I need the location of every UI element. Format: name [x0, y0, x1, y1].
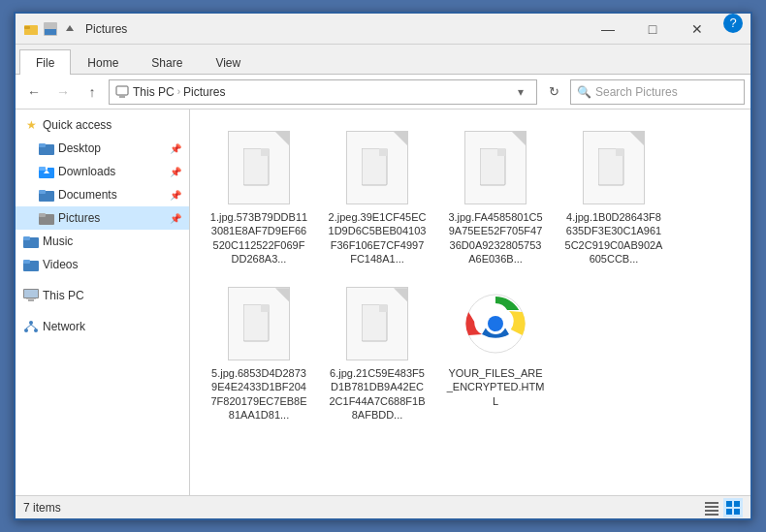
document-icon — [346, 131, 408, 204]
svg-point-28 — [24, 329, 28, 332]
list-item[interactable]: 1.jpg.573B79DDB113081E8AF7D9EF66520C1125… — [206, 125, 312, 269]
breadcrumb-thispc: This PC — [133, 85, 175, 99]
sidebar-item-desktop[interactable]: Desktop 📌 — [16, 137, 189, 160]
help-button[interactable]: ? — [723, 14, 743, 33]
explorer-window: Pictures — □ ✕ ? File Home Share View ← … — [14, 12, 752, 520]
sidebar-item-music[interactable]: Music — [16, 230, 189, 253]
forward-button[interactable]: → — [50, 79, 76, 105]
refresh-button[interactable]: ↻ — [541, 79, 566, 105]
list-item[interactable]: YOUR_FILES_ARE_ENCRYPTED.HTML — [442, 281, 549, 425]
file-content-area: 1.jpg.573B79DDB113081E8AF7D9EF66520C1125… — [190, 110, 750, 495]
file-icon-2 — [338, 129, 416, 206]
breadcrumb: This PC › Pictures — [133, 85, 507, 99]
list-view-button[interactable] — [702, 498, 721, 517]
sidebar-item-thispc[interactable]: This PC — [16, 284, 189, 307]
svg-rect-6 — [116, 86, 128, 95]
svg-rect-57 — [726, 501, 732, 507]
file-icon-5 — [220, 285, 298, 362]
file-icon-7 — [457, 285, 534, 362]
doc-svg — [362, 304, 393, 343]
search-icon: 🔍 — [577, 85, 591, 99]
search-placeholder: Search Pictures — [595, 85, 738, 99]
doc-svg — [362, 148, 393, 187]
document-icon — [228, 131, 290, 204]
svg-rect-43 — [616, 148, 623, 156]
list-item[interactable]: 2.jpeg.39E1CF45EC1D9D6C5BEB04103F36F106E… — [324, 125, 431, 269]
sidebar-downloads-label: Downloads — [58, 165, 115, 178]
svg-rect-10 — [39, 143, 46, 147]
sidebar-item-documents[interactable]: Documents 📌 — [16, 183, 189, 206]
grid-view-button[interactable] — [723, 498, 743, 517]
svg-point-27 — [29, 321, 33, 325]
file-name-2: 2.jpeg.39E1CF45EC1D9D6C5BEB04103F36F106E… — [328, 210, 427, 266]
tab-file[interactable]: File — [19, 49, 71, 75]
file-name-1: 1.jpg.573B79DDB113081E8AF7D9EF66520C1125… — [209, 210, 308, 266]
svg-marker-5 — [66, 25, 74, 31]
tab-view[interactable]: View — [199, 49, 257, 75]
list-item[interactable]: 5.jpg.6853D4D28739E4E2433D1BF2047F820179… — [206, 281, 312, 425]
sidebar-quick-access-label: Quick access — [43, 118, 112, 132]
status-bar: 7 items — [16, 495, 750, 518]
sidebar-thispc-label: This PC — [43, 289, 84, 302]
sidebar-item-downloads[interactable]: Downloads 📌 — [16, 160, 189, 183]
svg-rect-25 — [28, 299, 34, 301]
svg-point-52 — [488, 316, 503, 331]
sidebar: ★ Quick access Desktop 📌 Downloads 📌 — [16, 110, 190, 495]
file-grid: 1.jpg.573B79DDB113081E8AF7D9EF66520C1125… — [198, 117, 743, 433]
svg-rect-34 — [261, 148, 269, 156]
close-button[interactable]: ✕ — [675, 14, 719, 45]
search-box[interactable]: 🔍 Search Pictures — [570, 79, 745, 105]
svg-rect-55 — [705, 510, 718, 512]
file-name-7: YOUR_FILES_ARE_ENCRYPTED.HTML — [446, 366, 545, 408]
chrome-icon — [464, 293, 527, 355]
document-icon — [346, 287, 408, 360]
svg-rect-40 — [497, 148, 505, 156]
up-button[interactable]: ↑ — [80, 79, 105, 105]
svg-rect-18 — [39, 213, 46, 217]
maximize-button[interactable]: □ — [630, 14, 675, 45]
tab-share[interactable]: Share — [135, 49, 199, 75]
folder-icon — [39, 141, 54, 156]
svg-rect-4 — [45, 29, 56, 35]
address-dropdown-button[interactable]: ▾ — [511, 80, 530, 104]
computer-icon — [23, 288, 39, 303]
list-item[interactable]: 3.jpg.FA4585801C59A75EE52F705F4736D0A923… — [442, 125, 549, 269]
download-folder-icon — [39, 164, 54, 179]
title-bar: Pictures — □ ✕ ? — [16, 14, 750, 45]
documents-folder-icon — [39, 187, 54, 203]
sidebar-item-pictures[interactable]: Pictures 📌 — [16, 206, 189, 230]
sidebar-network-label: Network — [43, 320, 85, 333]
videos-folder-icon — [23, 257, 39, 272]
sidebar-item-network[interactable]: Network — [16, 315, 189, 338]
back-button[interactable]: ← — [21, 79, 47, 105]
file-name-3: 3.jpg.FA4585801C59A75EE52F705F4736D0A923… — [446, 210, 545, 266]
breadcrumb-pictures: Pictures — [183, 85, 225, 99]
svg-rect-20 — [23, 236, 30, 240]
doc-svg — [243, 148, 274, 187]
svg-rect-60 — [734, 509, 740, 515]
svg-rect-59 — [726, 509, 732, 515]
sidebar-item-videos[interactable]: Videos — [16, 253, 189, 276]
list-item[interactable]: 6.jpg.21C59E483F5D1B781DB9A42EC2C1F44A7C… — [324, 281, 431, 425]
sidebar-section-quick-access: ★ Quick access — [16, 113, 189, 137]
svg-line-30 — [26, 325, 31, 329]
svg-rect-54 — [705, 506, 718, 508]
sidebar-desktop-label: Desktop — [58, 141, 101, 155]
address-bar: ← → ↑ This PC › Pictures ▾ ↻ 🔍 Search Pi… — [16, 75, 750, 110]
sidebar-music-label: Music — [43, 235, 73, 248]
doc-svg — [480, 148, 511, 187]
svg-rect-46 — [261, 304, 269, 312]
file-icon-6 — [338, 285, 416, 362]
svg-rect-22 — [23, 260, 30, 264]
tab-home[interactable]: Home — [71, 49, 135, 75]
minimize-button[interactable]: — — [586, 14, 630, 45]
list-item[interactable]: 4.jpg.1B0D28643F8635DF3E30C1A9615C2C919C… — [560, 125, 667, 269]
file-name-5: 5.jpg.6853D4D28739E4E2433D1BF2047F820179… — [209, 366, 308, 422]
document-icon — [228, 287, 290, 360]
breadcrumb-sep: › — [177, 86, 180, 97]
pin-icon-pictures: 📌 — [170, 213, 181, 224]
svg-point-29 — [34, 329, 38, 332]
network-icon — [23, 319, 39, 334]
window-title: Pictures — [85, 22, 586, 36]
address-box[interactable]: This PC › Pictures ▾ — [109, 79, 537, 105]
